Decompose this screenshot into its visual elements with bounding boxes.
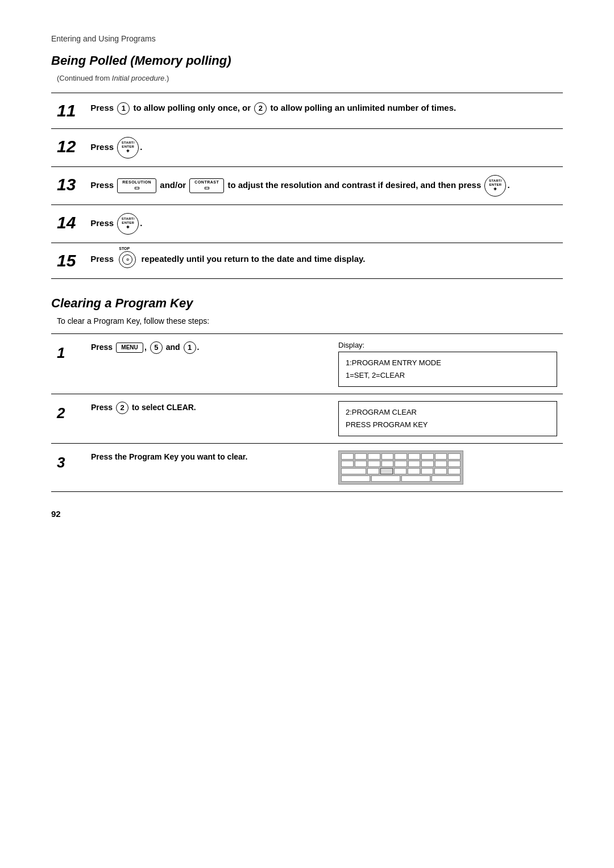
section2-intro: To clear a Program Key, follow these ste…	[51, 316, 563, 326]
table-row: 14 Press START/ ENTER ✦ .	[51, 205, 563, 243]
step-number-11: 11	[51, 93, 85, 129]
display-box-1: 1:PROGRAM ENTRY MODE1=SET, 2=CLEAR	[338, 352, 557, 387]
stop-label: STOP	[119, 245, 130, 252]
step-number-14: 14	[51, 205, 85, 243]
contrast-key-icon: CONTRAST ▭	[189, 178, 224, 193]
step-content-15: Press STOP ⊙ repeatedly until you return…	[85, 243, 563, 279]
section2-title: Clearing a Program Key	[51, 296, 563, 311]
clear-step-content-2: Press 2 to select CLEAR.	[91, 401, 196, 422]
step-content-12: Press START/ ENTER ✦ .	[85, 129, 563, 167]
clear-step-number-1: 1	[57, 341, 80, 362]
step-content-14: Press START/ ENTER ✦ .	[85, 205, 563, 243]
step-number-12: 12	[51, 129, 85, 167]
display-box-2: 2:PROGRAM CLEARPRESS PROGRAM KEY	[338, 401, 557, 436]
clear-step-number-3: 3	[57, 450, 80, 471]
section1-title: Being Polled (Memory polling)	[51, 53, 563, 68]
step-content-11: Press 1 to allow polling only once, or 2…	[85, 93, 563, 129]
key-2-icon: 2	[254, 102, 267, 115]
table-row: 13 Press RESOLUTION ▭ and/or CONTRAST ▭ …	[51, 167, 563, 205]
table-row: 11 Press 1 to allow polling only once, o…	[51, 93, 563, 129]
section1-steps-table: 11 Press 1 to allow polling only once, o…	[51, 93, 563, 279]
page-number: 92	[51, 509, 563, 519]
breadcrumb: Entering and Using Programs	[51, 34, 563, 43]
key-2-clear-icon: 2	[116, 402, 128, 414]
resolution-key-icon: RESOLUTION ▭	[117, 178, 156, 193]
keyboard-diagram	[338, 450, 463, 485]
clear-step-number-2: 2	[57, 401, 80, 422]
start-enter-key3-icon: START/ ENTER ✦	[117, 213, 139, 235]
start-enter-key2-icon: START/ ENTER ✦	[484, 175, 506, 197]
table-row: 1 Press MENU , 5 and 1. Display: 1:PROGR…	[51, 334, 563, 394]
clear-step-content-3: Press the Program Key you want to clear.	[91, 450, 247, 471]
table-row: 12 Press START/ ENTER ✦ .	[51, 129, 563, 167]
continued-note: (Continued from Initial procedure.)	[51, 74, 563, 82]
key-1-icon: 1	[117, 102, 130, 115]
menu-key-icon: MENU	[116, 343, 143, 353]
table-row: 2 Press 2 to select CLEAR. 2:PROGRAM CLE…	[51, 394, 563, 444]
start-enter-key-icon: START/ ENTER ✦	[117, 137, 139, 158]
stop-key-icon: ⊙	[119, 251, 136, 268]
key-5-icon: 5	[150, 341, 163, 354]
table-row: 15 Press STOP ⊙ repeatedly until you ret…	[51, 243, 563, 279]
table-row: 3 Press the Program Key you want to clea…	[51, 444, 563, 492]
display-label-1: Display:	[338, 341, 557, 349]
section2-steps-table: 1 Press MENU , 5 and 1. Display: 1:PROGR…	[51, 333, 563, 492]
step-number-15: 15	[51, 243, 85, 279]
step-number-13: 13	[51, 167, 85, 205]
clear-step-content-1: Press MENU , 5 and 1.	[91, 341, 199, 362]
key-1-clear-icon: 1	[184, 341, 196, 354]
step-content-13: Press RESOLUTION ▭ and/or CONTRAST ▭ to …	[85, 167, 563, 205]
